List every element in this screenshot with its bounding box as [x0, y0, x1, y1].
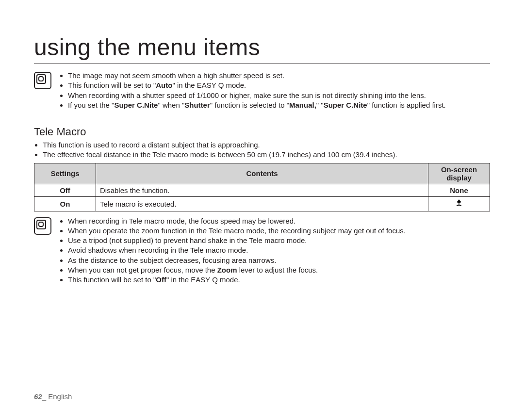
bold-text: Shutter	[184, 101, 210, 109]
text: When you can not get proper focus, move …	[68, 266, 217, 274]
note2-item: When you can not get proper focus, move …	[68, 265, 406, 275]
note2-item: As the distance to the subject decreases…	[68, 256, 406, 265]
footer-sep: _	[42, 392, 49, 401]
note-block-shutter: The image may not seem smooth when a hig…	[34, 71, 490, 110]
cell-display-none: None	[428, 184, 490, 196]
note1-item: This function will be set to "Auto" in t…	[68, 81, 446, 90]
text: This function will be set to "	[68, 275, 156, 284]
text: lever to adjust the focus.	[237, 266, 318, 274]
bold-text: Super C.Nite	[114, 101, 158, 109]
table-row: Off Disables the function. None	[34, 184, 490, 196]
note-icon	[34, 72, 51, 89]
table-header-row: Settings Contents On-screen display	[34, 163, 490, 184]
page-title: using the menu items	[34, 34, 490, 64]
intro-item: The effective focal distance in the Tele…	[43, 150, 490, 160]
bold-text: Super C.Nite	[324, 101, 367, 109]
page-number: 62	[34, 392, 42, 401]
text: " in the EASY Q mode.	[166, 275, 240, 284]
note2-item: Use a tripod (not supplied) to prevent h…	[68, 236, 406, 245]
footer-language: English	[48, 392, 72, 401]
note2-item: When recording in Tele macro mode, the f…	[68, 216, 406, 226]
table-row: On Tele macro is executed.	[34, 196, 490, 211]
text: " "	[316, 101, 324, 109]
note-block-tele-macro: When recording in Tele macro mode, the f…	[34, 216, 490, 285]
cell-setting-off: Off	[34, 184, 96, 196]
note1-item: The image may not seem smooth when a hig…	[68, 71, 446, 81]
text: This function will be set to "	[68, 81, 156, 89]
note2-item: Avoid shadows when recording in the Tele…	[68, 245, 406, 255]
manual-page: using the menu items The image may not s…	[0, 0, 524, 420]
bold-text: Manual,	[289, 101, 316, 109]
cell-setting-on: On	[34, 196, 96, 211]
bold-text: Off	[156, 275, 166, 284]
th-contents: Contents	[96, 163, 428, 184]
note-icon	[34, 217, 51, 235]
note1-item: If you set the "Super C.Nite" when "Shut…	[68, 100, 446, 110]
th-display: On-screen display	[428, 163, 490, 184]
settings-table: Settings Contents On-screen display Off …	[34, 163, 490, 211]
bold-text: Auto	[156, 81, 172, 89]
text: " function is selected to "	[210, 101, 289, 109]
page-footer: 62_ English	[34, 392, 72, 401]
cell-contents: Disables the function.	[96, 184, 428, 196]
tele-macro-icon	[455, 199, 463, 209]
th-settings: Settings	[34, 163, 96, 184]
intro-list: This function is used to record a distan…	[34, 140, 490, 160]
note2-item: This function will be set to "Off" in th…	[68, 275, 406, 285]
text: " function is applied first.	[367, 101, 446, 109]
cell-contents: Tele macro is executed.	[96, 196, 428, 211]
text: " when "	[158, 101, 184, 109]
note2-item: When you operate the zoom function in th…	[68, 226, 406, 236]
note-list-1: The image may not seem smooth when a hig…	[59, 71, 446, 110]
intro-item: This function is used to record a distan…	[43, 140, 490, 150]
note1-item: When recording with a shutter speed of 1…	[68, 91, 446, 100]
note-list-2: When recording in Tele macro mode, the f…	[59, 216, 406, 285]
text: " in the EASY Q mode.	[172, 81, 246, 89]
cell-display-icon	[428, 196, 490, 211]
section-heading-tele-macro: Tele Macro	[34, 126, 490, 138]
bold-text: Zoom	[217, 266, 237, 274]
text: If you set the "	[68, 101, 114, 109]
